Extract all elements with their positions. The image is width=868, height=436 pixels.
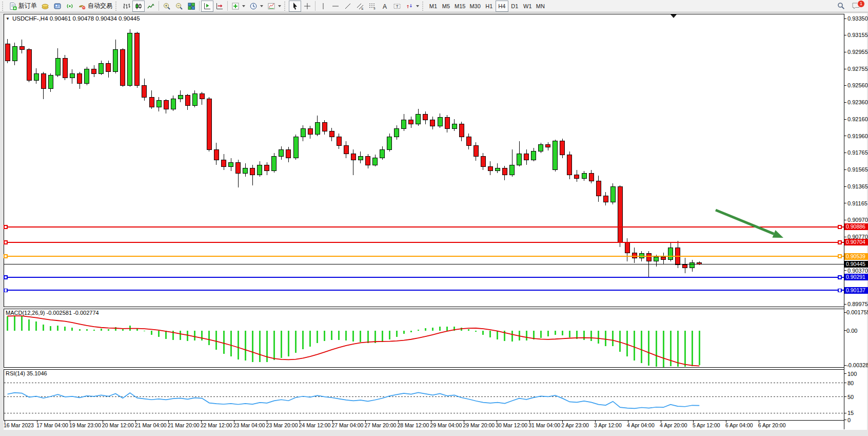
symbol-title-text: USDCHF-,H4 0.90461 0.90478 0.90434 0.904… xyxy=(12,15,140,22)
symbol-dropdown-icon[interactable]: ▼ xyxy=(6,16,10,21)
symbol-ohlc-title[interactable]: ▼ USDCHF-,H4 0.90461 0.90478 0.90434 0.9… xyxy=(6,15,140,22)
rsi-indicator-label: RSI(14) 35.1046 xyxy=(6,370,47,376)
macd-indicator-label: MACD(12,26,9) -0.002581 -0.002774 xyxy=(6,310,99,316)
chart-canvas[interactable] xyxy=(0,0,868,436)
